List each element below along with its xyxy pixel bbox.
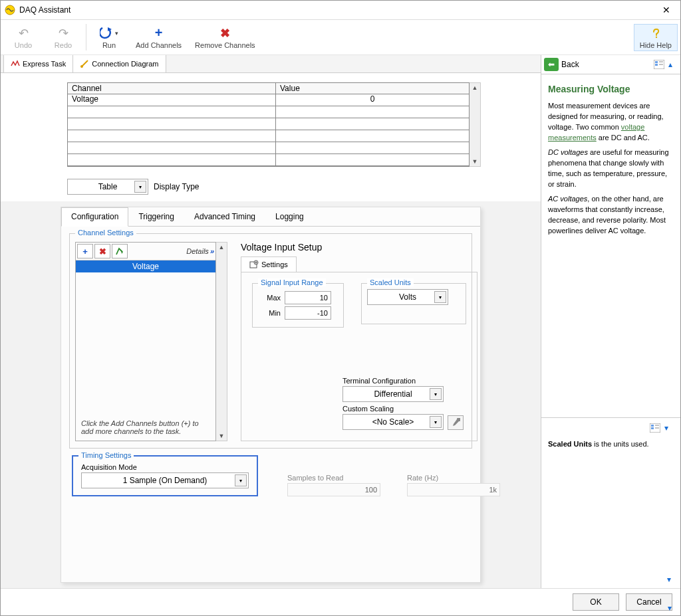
cell-value: 0 xyxy=(276,94,469,106)
help-icon xyxy=(650,26,662,41)
help-title: Measuring Voltage xyxy=(548,82,674,96)
column-header-channel[interactable]: Channel xyxy=(68,83,276,94)
window-title: DAQ Assistant xyxy=(19,5,656,15)
x-icon: ✖ xyxy=(220,26,230,41)
scaled-units-group: Scaled Units Volts ▾ xyxy=(361,283,466,324)
tab-connection-diagram[interactable]: Connection Diagram xyxy=(72,55,166,72)
scroll-down-icon[interactable]: ▾ xyxy=(667,575,676,584)
cell-channel: Voltage xyxy=(68,94,276,106)
help-pane-main: Measuring Voltage Most measurement devic… xyxy=(541,74,680,417)
collapse-up-icon[interactable]: ▴ xyxy=(668,60,678,69)
scaled-units-dropdown[interactable]: Volts ▾ xyxy=(367,289,448,305)
min-input[interactable] xyxy=(285,306,331,320)
channel-settings-group: Channel Settings + ✖ xyxy=(69,233,472,449)
tab-logging[interactable]: Logging xyxy=(265,207,314,226)
config-tab-bar: Configuration Triggering Advanced Timing… xyxy=(61,207,480,227)
scroll-down-icon[interactable]: ▼ xyxy=(470,157,480,166)
main-tab-bar: Express Task Connection Diagram xyxy=(1,55,541,73)
scroll-down-icon[interactable]: ▼ xyxy=(216,431,227,441)
min-label: Min xyxy=(258,309,281,317)
arrow-left-icon: ⬅ xyxy=(548,60,555,69)
help-index-icon[interactable] xyxy=(650,423,660,433)
tab-advanced-timing[interactable]: Advanced Timing xyxy=(184,207,265,226)
ok-button[interactable]: OK xyxy=(573,593,619,611)
custom-scaling-edit-button[interactable] xyxy=(448,415,464,430)
window-title-bar: DAQ Assistant ✕ xyxy=(1,1,680,20)
voltage-setup-title: Voltage Input Setup xyxy=(241,242,477,253)
hide-help-button[interactable]: Hide Help xyxy=(634,24,678,51)
svg-point-2 xyxy=(80,65,83,68)
channel-list-scrollbar[interactable]: ▲ ▼ xyxy=(216,242,227,441)
chevron-down-icon: ▾ xyxy=(134,181,146,193)
display-type-label: Display Type xyxy=(154,182,199,191)
tab-settings[interactable]: Settings xyxy=(241,257,297,272)
samples-to-read-label: Samples to Read xyxy=(287,474,380,482)
channel-list-item[interactable]: Voltage xyxy=(76,260,215,272)
max-input[interactable] xyxy=(285,291,331,304)
run-button[interactable]: ▾ Run xyxy=(89,24,129,51)
svg-point-1 xyxy=(656,36,657,37)
table-scrollbar[interactable]: ▲ ▼ xyxy=(470,82,481,167)
toolbar: ↶ Undo ↷ Redo ▾ Run + Add Channels ✖ Rem… xyxy=(1,20,680,55)
close-button[interactable]: ✕ xyxy=(656,5,676,15)
svg-rect-6 xyxy=(655,61,658,63)
channel-order-button[interactable] xyxy=(112,244,128,258)
svg-rect-12 xyxy=(651,427,654,429)
rate-label: Rate (Hz) xyxy=(407,474,500,482)
plus-icon: + xyxy=(155,26,163,41)
settings-icon xyxy=(249,260,259,269)
back-button[interactable]: ⬅ xyxy=(544,58,559,71)
help-header: ⬅ Back ▴ xyxy=(541,55,680,74)
help-index-icon[interactable] xyxy=(654,60,664,69)
max-label: Max xyxy=(258,294,281,302)
expand-down-icon[interactable]: ▾ xyxy=(664,423,674,433)
channel-list-hint: Click the Add Channels button (+) to add… xyxy=(76,393,215,441)
chevron-down-icon: ▾ xyxy=(430,416,442,428)
wrench-icon xyxy=(451,418,460,427)
tab-configuration[interactable]: Configuration xyxy=(61,207,128,227)
tab-triggering[interactable]: Triggering xyxy=(128,207,184,226)
remove-channels-button[interactable]: ✖ Remove Channels xyxy=(188,24,262,51)
terminal-config-label: Terminal Configuration xyxy=(342,377,469,385)
undo-icon: ↶ xyxy=(19,26,29,41)
details-toggle[interactable]: Details » xyxy=(186,247,214,255)
scroll-up-icon[interactable]: ▲ xyxy=(470,83,480,92)
timing-settings-group: Timing Settings Acquisition Mode 1 Sampl… xyxy=(72,455,258,496)
run-icon: ▾ xyxy=(100,26,118,41)
samples-to-read-input xyxy=(287,483,380,496)
tab-express-task[interactable]: Express Task xyxy=(3,55,73,72)
display-type-dropdown[interactable]: Table ▾ xyxy=(67,179,148,195)
toolbar-separator xyxy=(86,24,86,51)
table-row[interactable]: Voltage 0 xyxy=(68,94,469,106)
redo-icon: ↷ xyxy=(59,26,68,41)
remove-channel-button[interactable]: ✖ xyxy=(94,244,110,258)
svg-rect-7 xyxy=(655,64,658,66)
app-icon xyxy=(5,5,15,15)
help-pane-context: ▾ Scaled Units is the units used. ▾ xyxy=(541,417,680,588)
chevron-down-icon: ▾ xyxy=(235,474,247,486)
acquisition-mode-dropdown[interactable]: 1 Sample (On Demand) ▾ xyxy=(81,472,249,488)
express-task-icon xyxy=(11,59,20,68)
add-channels-button[interactable]: + Add Channels xyxy=(129,24,188,51)
rate-input xyxy=(407,483,500,496)
signal-input-range-group: Signal Input Range Max xyxy=(252,283,344,328)
acquisition-mode-label: Acquisition Mode xyxy=(81,463,249,471)
svg-rect-11 xyxy=(651,425,654,427)
scroll-up-icon[interactable]: ▲ xyxy=(216,243,227,252)
connection-diagram-icon xyxy=(80,59,89,68)
add-channel-button[interactable]: + xyxy=(77,244,93,258)
redo-button[interactable]: ↷ Redo xyxy=(43,24,83,51)
custom-scaling-dropdown[interactable]: <No Scale> ▾ xyxy=(342,414,444,430)
column-header-value[interactable]: Value xyxy=(276,83,469,94)
cancel-button[interactable]: Cancel xyxy=(626,593,672,611)
terminal-config-dropdown[interactable]: Differential ▾ xyxy=(342,386,444,402)
chevron-down-icon: ▾ xyxy=(434,291,446,303)
channel-list: + ✖ Details » Voltag xyxy=(75,242,216,441)
channel-value-table: Channel Value Voltage 0 xyxy=(67,82,481,167)
undo-button[interactable]: ↶ Undo xyxy=(3,24,43,51)
chevron-down-icon: ▾ xyxy=(430,388,442,400)
chevron-right-icon: » xyxy=(210,247,214,255)
dialog-footer: OK Cancel xyxy=(1,588,680,615)
custom-scaling-label: Custom Scaling xyxy=(342,405,469,413)
back-label: Back xyxy=(561,60,579,69)
